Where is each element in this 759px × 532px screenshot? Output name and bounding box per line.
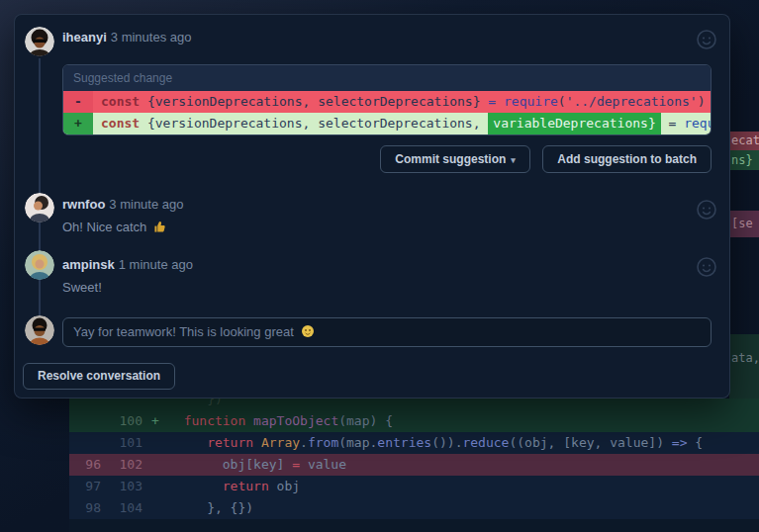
addition-code: const {versionDeprecations, selectorDepr… [93,113,711,134]
suggestion-addition-line: + const {versionDeprecations, selectorDe… [63,113,711,134]
addition-sign: + [63,113,93,134]
background-code-fragment: [se [729,211,759,237]
chevron-down-icon: ▾ [511,155,516,165]
comment-author[interactable]: ampinsk [62,257,115,272]
emoji-reaction-icon[interactable] [696,199,717,221]
commit-suggestion-button[interactable]: Commit suggestion▾ [380,145,530,173]
comment-header: iheanyi3 minutes ago [62,30,191,44]
suggestion-actions: Commit suggestion▾ Add suggestion to bat… [62,145,712,173]
comment-author[interactable]: rwnfoo [62,197,105,212]
background-code-row [69,519,759,532]
avatar-iheanyi[interactable] [25,27,54,56]
background-code-fragment: ecat [729,132,759,150]
thumbs-up-emoji [153,221,167,233]
comment-timestamp: 3 minute ago [109,197,183,212]
deletion-sign: - [63,91,93,113]
comment-author[interactable]: iheanyi [62,30,107,44]
background-code-row: 101 return Array.from(map.entries()).red… [69,432,759,454]
comment-header: ampinsk1 minute ago [62,257,193,272]
suggestion-deletion-line: - const {versionDeprecations, selectorDe… [63,91,711,113]
avatar-rwnfoo[interactable] [25,193,54,222]
avatar-current-user [25,315,54,345]
reply-input[interactable]: Yay for teamwork! This is looking great [62,317,712,347]
party-face-emoji [301,324,315,338]
background-code-row: }) [69,399,759,410]
suggested-change-box: Suggested change - const {versionDepreca… [62,64,712,135]
emoji-reaction-icon[interactable] [696,29,717,50]
comment-timestamp: 3 minutes ago [111,30,192,44]
resolve-conversation-button[interactable]: Resolve conversation [23,363,175,390]
deletion-code: const {versionDeprecations, selectorDepr… [93,91,711,113]
background-code-row: 96102 obj[key] = value [69,454,759,476]
background-code-row: 100+ function mapToObject(map) { [69,410,759,432]
background-code-fragment: ata, [729,349,759,367]
background-code-row: 97103 return obj [69,476,759,497]
comment-body: Oh! Nice catch [62,220,167,234]
comment-body: Sweet! [62,280,102,295]
add-suggestion-to-batch-button[interactable]: Add suggestion to batch [542,145,712,173]
suggested-change-header: Suggested change [63,65,711,91]
background-code-row: 98104 }, {}) [69,497,759,519]
emoji-reaction-icon[interactable] [696,256,717,278]
comment-timestamp: 1 minute ago [119,257,193,272]
review-thread-card: iheanyi3 minutes ago Suggested change - … [14,14,730,399]
avatar-ampinsk[interactable] [25,250,54,280]
comment-header: rwnfoo3 minute ago [62,197,184,212]
background-code-fragment: ns} [729,150,759,170]
background-code-panel: })100+ function mapToObject(map) {101 re… [69,399,759,532]
